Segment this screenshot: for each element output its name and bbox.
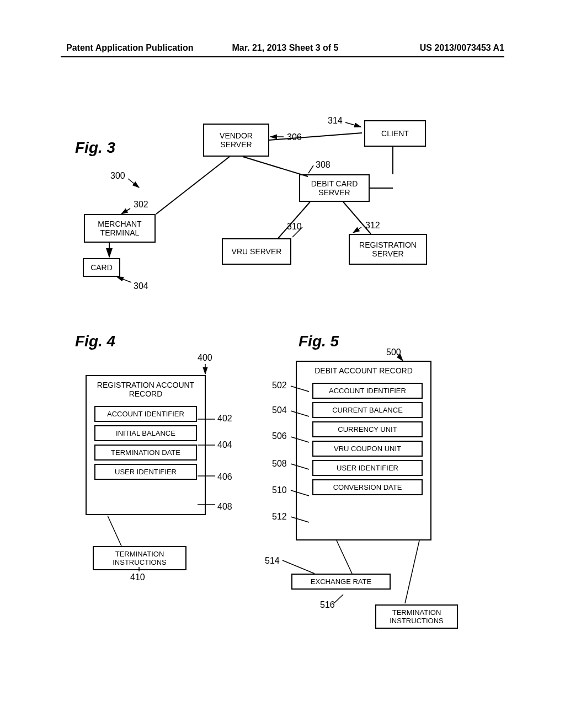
svg-line-30 <box>282 560 315 574</box>
card-box: CARD <box>83 258 120 277</box>
debit-card-server-box: DEBIT CARD SERVER <box>299 174 370 202</box>
ref-500: 500 <box>386 347 401 357</box>
ref-506: 506 <box>272 431 287 441</box>
ref-314: 314 <box>328 116 343 126</box>
svg-line-8 <box>128 179 139 188</box>
ref-516: 516 <box>320 600 335 610</box>
ref-302: 302 <box>134 200 148 210</box>
ref-400: 400 <box>198 353 212 363</box>
ref-406: 406 <box>217 472 232 482</box>
fig4-field-406: TERMINATION DATE <box>94 445 197 461</box>
svg-line-9 <box>121 208 130 214</box>
ref-404: 404 <box>217 440 232 450</box>
svg-line-21 <box>108 516 121 546</box>
fig5-field-508: VRU COUPON UNIT <box>312 441 423 457</box>
ref-408: 408 <box>217 502 232 512</box>
fig5-field-510: USER IDENTIFIER <box>312 460 423 476</box>
ref-300: 300 <box>110 171 125 181</box>
fig5-record-box: DEBIT ACCOUNT RECORD ACCOUNT IDENTIFIER … <box>296 361 431 540</box>
fig4-record-box: REGISTRATION ACCOUNT RECORD ACCOUNT IDEN… <box>86 375 206 515</box>
fig4-field-404: INITIAL BALANCE <box>94 425 197 441</box>
svg-line-12 <box>308 165 313 173</box>
vru-server-box: VRU SERVER <box>222 238 291 265</box>
header-right: US 2013/0073453 A1 <box>358 43 504 53</box>
svg-line-32 <box>334 595 343 603</box>
fig3-title: Fig. 3 <box>75 139 115 157</box>
fig5-field-502: ACCOUNT IDENTIFIER <box>312 383 423 399</box>
ref-312: 312 <box>365 221 380 231</box>
fig4-field-402: ACCOUNT IDENTIFIER <box>94 406 197 422</box>
svg-line-10 <box>117 277 131 282</box>
svg-line-14 <box>353 227 361 233</box>
registration-server-box: REGISTRATION SERVER <box>349 234 427 265</box>
ref-512: 512 <box>272 512 287 522</box>
ref-304: 304 <box>134 281 148 291</box>
ref-402: 402 <box>217 414 232 424</box>
svg-line-5 <box>278 202 310 238</box>
ref-306: 306 <box>287 132 302 142</box>
header-left: Patent Application Publication <box>66 43 212 53</box>
header-mid: Mar. 21, 2013 Sheet 3 of 5 <box>212 43 359 53</box>
svg-line-33 <box>405 540 419 603</box>
vendor-server-box: VENDOR SERVER <box>203 124 269 157</box>
header-rule <box>61 56 504 57</box>
fig5-termination-box: TERMINATION INSTRUCTIONS <box>375 604 458 629</box>
fig5-record-title: DEBIT ACCOUNT RECORD <box>297 362 430 379</box>
page: Patent Application Publication Mar. 21, … <box>0 0 565 728</box>
fig5-field-504: CURRENT BALANCE <box>312 402 423 418</box>
ref-308: 308 <box>316 160 331 170</box>
fig4-field-408: USER IDENTIFIER <box>94 464 197 480</box>
svg-line-4 <box>243 157 308 176</box>
fig5-field-512: CONVERSION DATE <box>312 479 423 495</box>
ref-502: 502 <box>272 381 287 390</box>
fig5-field-506: CURRENCY UNIT <box>312 421 423 437</box>
svg-line-15 <box>345 122 361 127</box>
merchant-terminal-box: MERCHANT TERMINAL <box>84 214 156 243</box>
diagram-lines <box>0 0 565 728</box>
fig5-exchange-rate-box: EXCHANGE RATE <box>291 574 391 590</box>
ref-514: 514 <box>265 556 280 566</box>
fig4-record-title: REGISTRATION ACCOUNT RECORD <box>87 376 205 403</box>
client-box: CLIENT <box>364 120 426 147</box>
svg-line-31 <box>337 540 352 574</box>
ref-508: 508 <box>272 459 287 469</box>
svg-line-0 <box>269 133 362 140</box>
fig5-title: Fig. 5 <box>299 333 339 350</box>
ref-504: 504 <box>272 405 287 415</box>
fig4-title: Fig. 4 <box>75 333 115 350</box>
svg-line-3 <box>156 157 230 214</box>
ref-510: 510 <box>272 485 287 495</box>
ref-410: 410 <box>130 572 145 582</box>
ref-310: 310 <box>287 222 302 232</box>
header: Patent Application Publication Mar. 21, … <box>0 43 565 53</box>
fig4-termination-box: TERMINATION INSTRUCTIONS <box>93 546 186 570</box>
